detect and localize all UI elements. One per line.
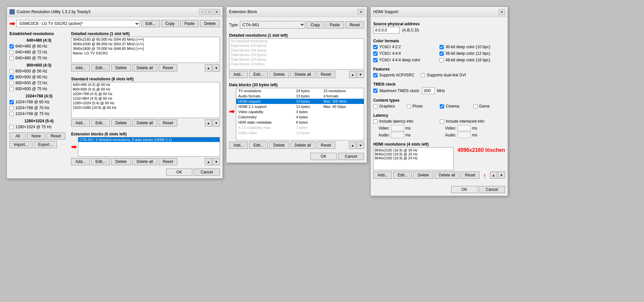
export-button[interactable]: Export... [34, 141, 57, 148]
36bit-deep-row[interactable]: 36-bit deep color (12 bpc) [439, 50, 505, 56]
hdmi-resolutions-listbox[interactable]: 3840x2160 (16:9) @ 30 Hz 3840x2160 (16:9… [373, 147, 454, 170]
list-item[interactable]: No detailed resolutions [229, 39, 364, 43]
ext-cancel-button[interactable]: Cancel [338, 153, 364, 160]
list-item[interactable]: 3840x2160 @ 60.000 Hz (594.00 MHz) [+/+] [71, 37, 220, 42]
db-delete-button[interactable]: Delete [269, 142, 289, 149]
ycbcr-444-row[interactable]: YCbCr 4:4:4 [373, 50, 439, 56]
photo-row[interactable]: Photo [407, 103, 439, 109]
db-delete-all-button[interactable]: Delete all [290, 142, 315, 149]
ext-detailed-listbox[interactable]: No detailed resolutions Data blocks (18 … [229, 38, 364, 70]
res-1024x768-75[interactable]: 1024×768 @ 75 Hz [10, 111, 68, 117]
edit-button[interactable]: Edit... [141, 20, 160, 27]
res-640x480-75-checkbox[interactable] [10, 56, 14, 60]
hdmi-ok-button[interactable]: OK [451, 186, 478, 193]
list-item[interactable]: Data blocks (18 bytes) [229, 48, 364, 52]
48bit-deep-checkbox[interactable] [439, 58, 444, 62]
detail-reset-button[interactable]: Reset [159, 64, 177, 71]
maximize-button[interactable]: □ [206, 9, 213, 15]
include-interlaced-row[interactable]: Include interlaced info: [440, 118, 505, 124]
extd-delete-button[interactable]: Delete [269, 71, 289, 78]
table-row[interactable]: HDR static metadata 6 bytes [236, 120, 364, 125]
db-up-button[interactable]: ▲ [349, 142, 356, 149]
ycbcr-422-row[interactable]: YCbCr 4:2:2 [373, 44, 439, 50]
ext-reset-button[interactable]: Reset [345, 21, 364, 29]
hdmi-reset-button[interactable]: Reset [461, 171, 479, 179]
list-item[interactable]: 1280×1024 (5:4) @ 60 Hz [71, 101, 220, 105]
video-latency-input[interactable] [391, 125, 404, 131]
list-item[interactable]: Name: LG TV SSCR2 [71, 51, 220, 55]
res-800x600-56-checkbox[interactable] [10, 69, 14, 73]
std-reset-button[interactable]: Reset [159, 119, 177, 127]
close-button[interactable]: ✕ [213, 9, 220, 15]
acp-isrc-row[interactable]: Supports ACP/ISRC [373, 72, 414, 78]
photo-checkbox[interactable] [407, 104, 411, 109]
import-button[interactable]: Import... [10, 141, 32, 148]
detail-down-button[interactable]: ▼ [213, 64, 220, 71]
ext-paste-button[interactable]: Paste [325, 21, 344, 29]
30bit-deep-row[interactable]: 30-bit deep color (10 bpc) [439, 44, 505, 50]
list-item[interactable]: 1024×768 (4:3) @ 60 Hz [71, 91, 220, 96]
dual-link-dvi-checkbox[interactable] [421, 73, 425, 77]
list-item[interactable]: Data blocks (18 bytes) [229, 52, 364, 57]
std-delete-button[interactable]: Delete [111, 119, 131, 127]
include-latency-row[interactable]: Include latency info: [373, 118, 439, 124]
standard-resolutions-listbox[interactable]: 640×480 (4:3) @ 60 Hz 800×600 (4:3) @ 60… [71, 82, 220, 118]
graphics-checkbox[interactable] [373, 104, 378, 109]
type-selector[interactable]: CTA-861 [240, 21, 305, 29]
std-down-button[interactable]: ▼ [213, 119, 220, 127]
cinema-checkbox[interactable] [440, 104, 444, 109]
include-interlaced-checkbox[interactable] [440, 119, 444, 124]
res-1024x768-70-checkbox[interactable] [10, 106, 14, 110]
res-1280x1024-75[interactable]: 1280×1024 @ 75 Hz [10, 124, 68, 130]
hdmi-delete-all-button[interactable]: Delete all [435, 171, 459, 179]
db-edit-button[interactable]: Edit... [249, 142, 268, 149]
res-800x600-60[interactable]: 800×600 @ 60 Hz [10, 74, 68, 80]
res-800x600-75-checkbox[interactable] [10, 87, 14, 91]
db-reset-button[interactable]: Reset [317, 142, 335, 149]
graphics-row[interactable]: Graphics [373, 103, 405, 109]
ext-up-button[interactable]: ▲ [205, 158, 212, 165]
36bit-deep-checkbox[interactable] [439, 51, 444, 56]
audio-interlaced-input[interactable] [458, 132, 471, 138]
ext-reset-button[interactable]: Reset [159, 158, 177, 165]
extd-up-button[interactable]: ▲ [349, 71, 356, 78]
hdmi-cancel-button[interactable]: Cancel [479, 186, 505, 193]
res-800x600-75[interactable]: 800×600 @ 75 Hz [10, 86, 68, 92]
res-1280x1024-75-checkbox[interactable] [10, 125, 14, 129]
list-item[interactable]: 640×480 (4:3) @ 60 Hz [71, 82, 220, 87]
list-item[interactable]: CTA-861: 0 detailed resolutions, 9 data … [78, 137, 220, 142]
30bit-deep-checkbox[interactable] [439, 45, 444, 49]
detail-add-button[interactable]: Add... [71, 64, 90, 71]
delete-button[interactable]: Delete [200, 20, 220, 27]
detail-edit-button[interactable]: Edit... [91, 64, 110, 71]
extd-down-button[interactable]: ▼ [357, 71, 364, 78]
table-row[interactable]: Video capability 3 bytes [236, 109, 364, 114]
hdmi-add-button[interactable]: Add... [373, 171, 392, 179]
none-button[interactable]: None [27, 132, 45, 140]
res-1024x768-70[interactable]: 1024×768 @ 70 Hz [10, 105, 68, 111]
source-address-input[interactable] [373, 27, 400, 33]
ext-copy-button[interactable]: Copy [306, 21, 324, 29]
hdmi-down-button[interactable]: ▼ [498, 171, 505, 179]
tmds-max-checkbox[interactable] [373, 89, 378, 93]
table-row[interactable]: HDMI 2.1 support 11 bytes Max: 40 Gbps [236, 104, 364, 109]
extd-add-button[interactable]: Add... [229, 71, 248, 78]
ycbcr-422-checkbox[interactable] [373, 45, 378, 49]
acp-isrc-checkbox[interactable] [373, 73, 378, 77]
cinema-row[interactable]: Cinema [440, 103, 472, 109]
extd-delete-all-button[interactable]: Delete all [290, 71, 315, 78]
ext-delete-button[interactable]: Delete [111, 158, 131, 165]
std-edit-button[interactable]: Edit... [91, 119, 110, 127]
res-640x480-60-checkbox[interactable] [10, 44, 14, 49]
res-1024x768-60[interactable]: 1024×768 @ 60 Hz [10, 99, 68, 105]
ext-close-button[interactable]: ✕ [358, 9, 364, 15]
list-item[interactable]: 3840x2160 (16:9) @ 25 Hz [374, 152, 453, 156]
res-640x480-72[interactable]: 640×480 @ 72 Hz [10, 49, 68, 55]
data-blocks-listbox[interactable]: TV resolutions 24 bytes 23 resolutions A… [236, 88, 364, 140]
table-row[interactable]: Dolby video 12 bytes [236, 130, 364, 135]
list-item[interactable]: 1152×864 (4:3) @ 60 Hz [71, 96, 220, 101]
table-row[interactable]: TV resolutions 24 bytes 23 resolutions [236, 88, 364, 93]
48bit-deep-row[interactable]: 48-bit deep color (16 bpc) [439, 57, 505, 63]
main-cancel-button[interactable]: Cancel [194, 169, 220, 176]
res-800x600-72-checkbox[interactable] [10, 81, 14, 85]
